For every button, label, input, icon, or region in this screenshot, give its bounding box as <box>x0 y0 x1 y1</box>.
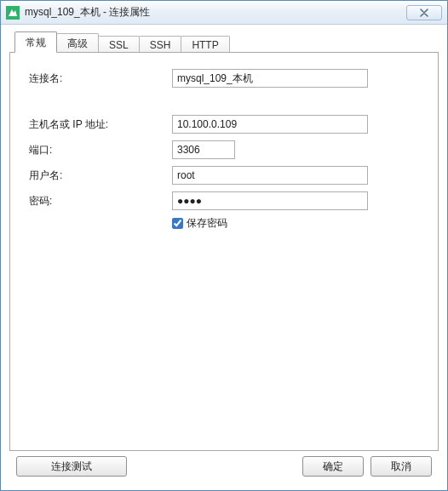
tab-ssh[interactable]: SSH <box>139 36 182 53</box>
cancel-button[interactable]: 取消 <box>370 456 432 477</box>
tab-container: 常规 高级 SSL SSH HTTP 连接名: 主机名或 IP 地址: 端口: <box>9 31 439 451</box>
tab-general[interactable]: 常规 <box>14 31 57 53</box>
close-button[interactable] <box>406 5 442 20</box>
input-port[interactable] <box>172 140 235 159</box>
input-password[interactable] <box>172 191 368 210</box>
tab-ssl[interactable]: SSL <box>98 36 140 53</box>
content-area: 常规 高级 SSL SSH HTTP 连接名: 主机名或 IP 地址: 端口: <box>1 25 447 490</box>
tab-strip: 常规 高级 SSL SSH HTTP <box>9 31 439 52</box>
tab-panel-general: 连接名: 主机名或 IP 地址: 端口: 用户名: 密码: <box>9 52 439 451</box>
spacer <box>134 456 296 477</box>
checkbox-save-password[interactable] <box>172 218 183 229</box>
title-bar: mysql_109_本机 - 连接属性 <box>1 1 447 25</box>
label-password: 密码: <box>29 194 172 208</box>
label-user: 用户名: <box>29 168 172 183</box>
tab-advanced[interactable]: 高级 <box>56 33 99 53</box>
row-host: 主机名或 IP 地址: <box>29 114 419 134</box>
dialog-window: mysql_109_本机 - 连接属性 常规 高级 SSL SSH HTTP 连… <box>0 0 448 491</box>
input-user[interactable] <box>172 166 368 185</box>
row-conn-name: 连接名: <box>29 68 419 88</box>
input-host[interactable] <box>172 115 368 134</box>
ok-button[interactable]: 确定 <box>302 456 364 477</box>
window-title: mysql_109_本机 - 连接属性 <box>25 5 406 20</box>
row-port: 端口: <box>29 140 419 160</box>
label-port: 端口: <box>29 143 172 157</box>
label-save-password: 保存密码 <box>187 216 227 231</box>
window-controls <box>406 5 442 20</box>
app-icon <box>6 6 20 20</box>
row-password: 密码: <box>29 191 419 211</box>
row-user: 用户名: <box>29 165 419 186</box>
label-conn-name: 连接名: <box>29 71 172 86</box>
row-save-password: 保存密码 <box>172 216 419 231</box>
button-bar: 连接测试 确定 取消 <box>9 451 439 483</box>
label-host: 主机名或 IP 地址: <box>29 117 172 132</box>
input-conn-name[interactable] <box>172 69 368 88</box>
tab-http[interactable]: HTTP <box>181 36 229 53</box>
test-connection-button[interactable]: 连接测试 <box>16 456 127 477</box>
